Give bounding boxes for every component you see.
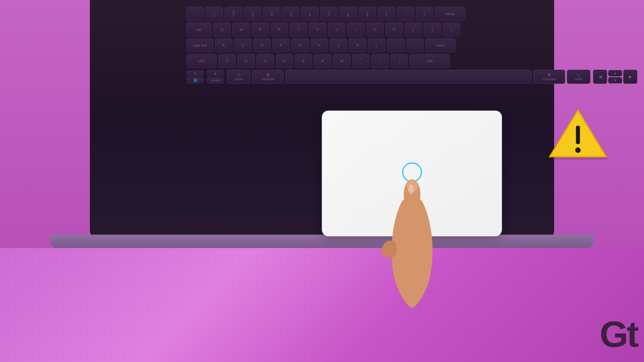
key-h: H [311,38,328,52]
key-n: N [314,54,331,68]
key-y: Y [309,22,326,37]
key-control: control [207,77,224,83]
key-d: D [253,38,271,52]
key-w: W [232,22,250,37]
key-shift-right: shift [410,54,450,68]
macbook-body: ~` !1 @2 #3 $4 %5 ^6 &7 *8 (9 )0 _− += d… [90,0,554,241]
key-space [285,70,532,84]
key-globe: 🌐 [186,77,204,83]
key-6: ^6 [301,7,319,21]
key-row-zxcv: shift Z X C V B N M <, >. ?/ shift [186,54,637,68]
key-row-bottom: fn 🌐 ▲ control ⌥option ⌘command ⌘command… [186,70,637,84]
key-j: J [330,38,347,52]
key-e: E [252,22,269,37]
key-l: L [368,38,385,52]
key-p: P [385,22,403,37]
key-pipe: |\ [443,22,460,37]
key-option-right: ⌥option [567,70,590,84]
key-row-numbers: ~` !1 @2 #3 $4 %5 ^6 &7 *8 (9 )0 _− += d… [186,7,637,21]
key-r: R [271,22,288,37]
key-2: @2 [225,7,242,21]
key-c: C [257,54,274,68]
key-command-left: ⌘command [252,70,284,84]
key-5: %5 [282,7,300,21]
key-comma: <, [352,54,370,68]
key-rbracket: }] [424,22,441,37]
key-8: *8 [339,7,357,21]
key-arrow-down: ▼ [608,77,622,83]
key-x: X [237,54,255,68]
key-fn: fn [186,70,204,76]
key-u: U [328,22,345,37]
key-period: >. [371,54,389,68]
key-tab: tab [186,22,212,37]
key-quote: "' [406,38,424,52]
key-4: $4 [263,7,280,21]
key-9: (9 [359,7,376,21]
keyboard: ~` !1 @2 #3 $4 %5 ^6 &7 *8 (9 )0 _− += d… [180,3,644,89]
trackpad[interactable] [322,111,502,236]
key-q: Q [213,22,231,37]
key-s: S [234,38,252,52]
key-arrow-up: ▲ [207,70,224,76]
key-1: !1 [206,7,223,21]
key-b: B [295,54,312,68]
key-capslock: caps lock [186,38,213,52]
key-equals: += [416,7,433,21]
key-7: &7 [320,7,338,21]
left-panel [0,0,90,248]
key-i: I [347,22,365,37]
svg-point-3 [408,184,414,194]
key-arrow-left: ◀ [593,70,607,84]
key-return: return [425,38,455,52]
key-a: A [215,38,232,52]
key-m: M [333,54,351,68]
key-0: )0 [378,7,395,21]
key-backtick: ~` [186,7,204,21]
key-lbracket: {[ [405,22,422,37]
key-option-left: ⌥option [227,70,250,84]
key-command-right: ⌘command [533,70,565,84]
key-z: Z [218,54,236,68]
hand-finger-illustration [362,168,462,308]
key-t: T [290,22,307,37]
gt-logo-text: Gt [600,313,637,355]
gt-logo: Gt [600,313,637,355]
key-minus: _− [397,7,414,21]
key-delete: delete [435,7,465,21]
key-shift-left: shift [186,54,217,68]
key-arrow-up2: ▲ [608,70,622,76]
key-row-qwerty: tab Q W E R T Y U I O P {[ }] |\ [186,22,637,37]
key-k: K [349,38,366,52]
trackpad-container [243,111,581,238]
warning-triangle [548,107,608,161]
svg-rect-8 [576,126,580,144]
key-g: G [291,38,309,52]
key-v: V [276,54,293,68]
key-row-asdf: caps lock A S D F G H J K L :; "' return [186,38,637,52]
svg-point-9 [575,147,581,153]
key-arrow-right: ▶ [623,70,637,84]
key-3: #3 [244,7,261,21]
key-f: F [272,38,290,52]
key-o: O [366,22,384,37]
key-slash: ?/ [390,54,408,68]
key-semicolon: :; [387,38,405,52]
